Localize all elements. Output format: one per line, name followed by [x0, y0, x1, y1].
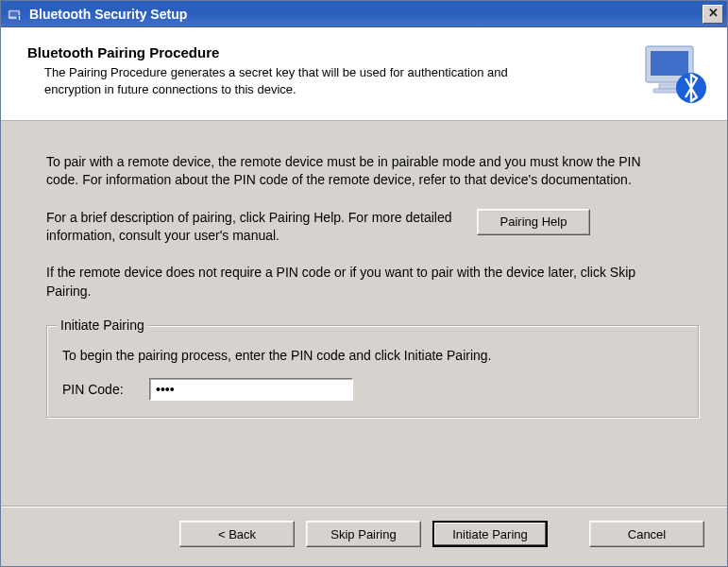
bluetooth-setup-window: Bluetooth Security Setup ✕ Bluetooth Pai…	[0, 0, 728, 567]
window-title: Bluetooth Security Setup	[29, 7, 703, 22]
page-title: Bluetooth Pairing Procedure	[27, 44, 631, 60]
initiate-pairing-button[interactable]: Initiate Paring	[432, 521, 548, 547]
svg-rect-4	[651, 51, 688, 76]
svg-rect-1	[10, 11, 19, 16]
back-button[interactable]: < Back	[179, 521, 295, 547]
pin-code-input[interactable]	[149, 378, 353, 401]
skip-pairing-button[interactable]: Skip Pairing	[306, 521, 421, 547]
instruction-text-1: To pair with a remote device, the remote…	[46, 153, 669, 190]
instruction-text-2: For a brief description of pairing, clic…	[46, 209, 452, 246]
wizard-footer: < Back Skip Pairing Initiate Paring Canc…	[1, 507, 727, 566]
group-legend: Initiate Pairing	[57, 317, 148, 335]
wizard-body: To pair with a remote device, the remote…	[1, 121, 727, 506]
close-button[interactable]: ✕	[703, 5, 723, 24]
close-icon: ✕	[708, 7, 719, 19]
title-bar: Bluetooth Security Setup ✕	[1, 1, 727, 27]
bluetooth-monitor-icon	[640, 41, 708, 107]
bluetooth-app-icon	[7, 6, 24, 23]
instruction-text-3: If the remote device does not require a …	[46, 264, 669, 301]
wizard-header: Bluetooth Pairing Procedure The Pairing …	[1, 27, 727, 121]
pairing-help-button[interactable]: Pairing Help	[477, 209, 590, 235]
group-instruction: To begin the pairing process, enter the …	[62, 347, 684, 365]
pin-code-label: PIN Code:	[62, 381, 136, 399]
cancel-button[interactable]: Cancel	[589, 521, 704, 547]
page-description: The Pairing Procedure generates a secret…	[27, 64, 556, 97]
initiate-pairing-group: Initiate Pairing To begin the pairing pr…	[46, 325, 700, 419]
